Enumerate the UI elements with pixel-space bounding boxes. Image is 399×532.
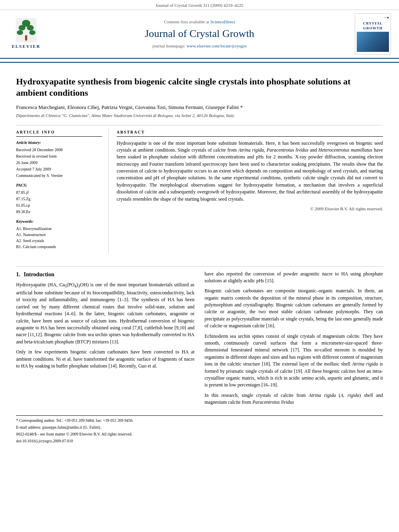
corresponding-author: * Corresponding author. Tel.: +39 051 20… (16, 418, 383, 423)
svg-point-5 (29, 30, 35, 35)
logo-crystal-text: CRYSTAL (357, 21, 389, 26)
journal-main-title: Journal of Crystal Growth (44, 27, 355, 41)
received-date: Received 28 December 2008 (16, 147, 102, 153)
pacs-label: PACS: (16, 183, 102, 188)
pacs-4: 89.30.Ee (16, 209, 102, 215)
intro-para-5: Echinoderm sea urchin spines consist of … (205, 333, 383, 389)
email-footnote: E-mail address: giuseppe.falini@unibo.it… (16, 425, 383, 430)
svg-point-3 (27, 25, 34, 31)
received-revised-label: Received in revised form (16, 154, 102, 159)
revised-date: 26 June 2009 (16, 160, 102, 166)
right-column: Abstract Hydroxyapatite is one of the mo… (117, 129, 383, 253)
journal-header: ELSEVIER Contents lists available at Sci… (0, 10, 399, 58)
section-title-text: Introduction (24, 271, 54, 277)
email-value: giuseppe.falini@unibo.it (G. Falini). (42, 425, 101, 429)
elsevier-tree-icon (14, 18, 38, 42)
keyword-3: A2. Seed crystals (16, 238, 102, 244)
affiliation-divider (16, 125, 383, 125)
main-content: Hydroxyapatite synthesis from biogenic c… (0, 66, 399, 450)
doi-line: doi:10.1016/j.jcrysgro.2009.07.010 (16, 438, 383, 444)
keyword-1: A1. Biocrystallization (16, 226, 102, 232)
intro-title: 1. Introduction (16, 271, 195, 279)
affiliation: Dipartimento di Chimica "G. Ciamician", … (16, 113, 383, 119)
homepage-link[interactable]: www.elsevier.com/locate/jcrysgro (187, 43, 247, 48)
intro-para-6: In this research, single crystals of cal… (205, 392, 383, 406)
svg-point-4 (17, 30, 23, 35)
crystal-image (357, 32, 389, 52)
journal-title-center: Contents lists available at ScienceDirec… (44, 19, 355, 49)
body-left: 1. Introduction Hydroxyapatite (HA, Ca5(… (16, 271, 195, 409)
footnote-area: * Corresponding author. Tel.: +39 051 20… (16, 415, 383, 444)
copyright-line: © 2009 Elsevier B.V. All rights reserved… (117, 206, 383, 212)
pacs-1: 87.85.jf (16, 190, 102, 195)
pacs-3: 61.05.cp (16, 203, 102, 208)
accepted-date: Accepted 7 July 2009 (16, 166, 102, 172)
history-label: Article history: (16, 140, 102, 146)
journal-homepage: journal homepage: www.elsevier.com/locat… (44, 43, 355, 49)
keywords-label: Keywords: (16, 219, 102, 224)
crystal-growth-logo: ≡ ■ CRYSTAL GROWTH (355, 13, 391, 54)
section-number: 1. (16, 271, 21, 277)
article-info-abstract: Article Info Article history: Received 2… (16, 129, 383, 253)
intro-divider (16, 266, 383, 267)
keyword-4: B1. Calcium compounds (16, 244, 102, 250)
intro-para-1: Hydroxyapatite (HA, Ca5(PO4)3OH) is one … (16, 281, 195, 345)
communicated: Communicated by S. Veesler (16, 173, 102, 179)
article-title: Hydroxyapatite synthesis from biogenic c… (16, 76, 383, 99)
sciencedirect-link[interactable]: ScienceDirect (210, 19, 235, 24)
keyword-2: A1. Nanostructure (16, 232, 102, 238)
copyright-notice: 0022-0248/$ - see front matter © 2009 El… (16, 431, 383, 437)
contents-line: Contents lists available at ScienceDirec… (44, 19, 355, 25)
pacs-2: 87.15.Zg (16, 196, 102, 202)
elsevier-logo: ELSEVIER (8, 18, 44, 49)
elsevier-text: ELSEVIER (12, 43, 41, 49)
intro-para-3: have also reported the conversion of pow… (205, 271, 383, 285)
email-label: E-mail address: (16, 425, 41, 429)
citation-text: Journal of Crystal Growth 311 (2009) 421… (156, 3, 243, 8)
body-right: have also reported the conversion of pow… (205, 271, 383, 409)
history-section: Article history: Received 28 December 20… (16, 140, 102, 179)
logo-box: ≡ ■ CRYSTAL GROWTH (355, 13, 391, 54)
introduction-body: 1. Introduction Hydroxyapatite (HA, Ca5(… (16, 271, 383, 409)
svg-point-2 (19, 25, 25, 31)
left-column: Article Info Article history: Received 2… (16, 129, 109, 253)
top-citation-bar: Journal of Crystal Growth 311 (2009) 421… (0, 0, 399, 10)
intro-para-2: Only in few experiments biogenic calcium… (16, 349, 195, 370)
svg-rect-6 (25, 35, 27, 41)
header-divider (0, 62, 399, 63)
abstract-header: Abstract (117, 129, 383, 137)
article-info-header: Article Info (16, 129, 102, 137)
pacs-section: PACS: 87.85.jf 87.15.Zg 61.05.cp 89.30.E… (16, 183, 102, 215)
keywords-section: Keywords: A1. Biocrystallization A1. Nan… (16, 219, 102, 250)
authors: Francesca Marchegiani, Eleonora Cibej, P… (16, 104, 383, 111)
introduction-section: 1. Introduction Hydroxyapatite (HA, Ca5(… (16, 261, 383, 409)
intro-para-4: Biogenic calcium carbonates are composit… (205, 288, 383, 329)
abstract-text: Hydroxyapatite is one of the most import… (117, 140, 383, 203)
logo-growth-text: GROWTH (357, 26, 389, 31)
